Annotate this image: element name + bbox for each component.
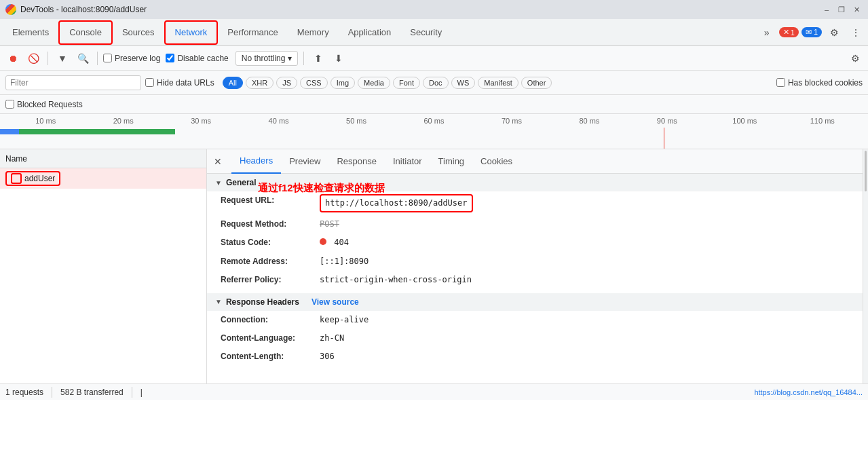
content-length-row: Content-Length: 306: [207, 348, 863, 366]
has-blocked-label[interactable]: Has blocked cookies: [776, 78, 863, 88]
detail-tab-headers[interactable]: Headers: [231, 149, 281, 174]
referrer-policy-row: Referrer Policy: strict-origin-when-cros…: [207, 271, 863, 289]
content-language-key: Content-Language:: [221, 332, 316, 345]
preserve-log-checkbox[interactable]: [103, 54, 112, 62]
filter-tags: All XHR JS CSS Img Media Font Doc WS Man…: [223, 77, 552, 89]
import-icon[interactable]: ⬇: [330, 50, 347, 67]
tab-performance[interactable]: Performance: [218, 20, 287, 45]
export-icon[interactable]: ⬆: [309, 50, 327, 67]
filter-tag-media[interactable]: Media: [358, 77, 390, 89]
tl-50ms: 50 ms: [318, 117, 395, 125]
detail-tab-cookies[interactable]: Cookies: [472, 149, 521, 174]
tab-elements[interactable]: Elements: [3, 20, 58, 45]
tab-application[interactable]: Application: [339, 20, 401, 45]
has-blocked-checkbox[interactable]: [776, 78, 785, 87]
hide-data-urls-label[interactable]: Hide data URLs: [145, 78, 214, 88]
csdn-link[interactable]: https://blog.csdn.net/qq_16484...: [754, 388, 863, 396]
tl-60ms: 60 ms: [395, 117, 472, 125]
network-toolbar: ⏺ 🚫 ▼ 🔍 Preserve log Disable cache No th…: [0, 46, 868, 71]
content-length-key: Content-Length:: [221, 350, 316, 363]
request-name-text: addUser: [24, 174, 55, 183]
response-headers-title: Response Headers: [226, 297, 299, 307]
scrollbar-thumb[interactable]: [865, 151, 867, 191]
detail-tab-preview[interactable]: Preview: [281, 149, 328, 174]
general-section-title: General: [226, 178, 257, 187]
message-badge: ✉ 1: [801, 27, 822, 37]
filter-tag-doc[interactable]: Doc: [423, 77, 449, 89]
status-dot-icon: [320, 238, 326, 245]
tl-110ms: 110 ms: [784, 117, 861, 125]
blocked-bar: Blocked Requests: [0, 95, 868, 114]
disable-cache-checkbox[interactable]: [166, 54, 174, 62]
toolbar-sep-3: [303, 52, 304, 65]
filter-tag-all[interactable]: All: [223, 77, 243, 89]
throttle-dropdown[interactable]: No throttling ▾: [235, 51, 299, 66]
tab-network[interactable]: Network: [164, 20, 219, 45]
request-name-bordered[interactable]: addUser: [5, 171, 60, 186]
tl-80ms: 80 ms: [550, 117, 628, 125]
tabs-right: » ✕ 1 ✉ 1 ⚙ ⋮: [757, 23, 865, 42]
filter-tag-js[interactable]: JS: [276, 77, 297, 89]
minimize-btn[interactable]: –: [820, 3, 833, 16]
restore-btn[interactable]: ❐: [835, 3, 848, 16]
remote-address-value: [::1]:8090: [320, 255, 369, 268]
more-tabs-btn[interactable]: »: [757, 23, 776, 42]
filter-right: Has blocked cookies: [776, 78, 863, 88]
tl-90ms: 90 ms: [628, 117, 706, 125]
close-btn[interactable]: ✕: [850, 3, 863, 16]
filter-tag-other[interactable]: Other: [521, 77, 552, 89]
settings-icon[interactable]: ⚙: [825, 23, 844, 42]
tab-memory[interactable]: Memory: [288, 20, 339, 45]
filter-tag-font[interactable]: Font: [393, 77, 420, 89]
status-bar-icon: |: [140, 388, 143, 397]
preserve-log-label[interactable]: Preserve log: [103, 54, 160, 63]
response-headers-section-header[interactable]: ▼ Response Headers View source: [207, 293, 863, 311]
filter-tag-css[interactable]: CSS: [300, 77, 328, 89]
hide-data-urls-checkbox[interactable]: [145, 78, 154, 87]
tl-70ms: 70 ms: [473, 117, 550, 125]
view-source-link[interactable]: View source: [312, 297, 359, 307]
detail-tabs-bar: ✕ Headers Preview Response Initiator Tim…: [207, 149, 863, 174]
tab-security[interactable]: Security: [400, 20, 451, 45]
content-language-row: Content-Language: zh-CN: [207, 329, 863, 348]
filter-icon[interactable]: ▼: [54, 50, 71, 67]
detail-tab-timing[interactable]: Timing: [430, 149, 473, 174]
request-item-adduser[interactable]: addUser: [0, 168, 206, 189]
chevron-down-icon: ▾: [288, 54, 292, 63]
filter-tag-img[interactable]: Img: [331, 77, 355, 89]
blocked-requests-label[interactable]: Blocked Requests: [5, 100, 83, 109]
request-method-value: POST: [320, 218, 339, 231]
blocked-requests-checkbox[interactable]: [5, 100, 14, 109]
detail-tab-initiator[interactable]: Initiator: [385, 149, 430, 174]
status-bar: 1 requests 582 B transferred | https://b…: [0, 383, 868, 400]
request-method-row: Request Method: POST: [207, 215, 863, 233]
disable-cache-label[interactable]: Disable cache: [166, 54, 228, 63]
favicon-icon: [5, 4, 16, 15]
detail-tab-response[interactable]: Response: [328, 149, 385, 174]
filter-input[interactable]: [5, 75, 141, 90]
record-btn[interactable]: ⏺: [4, 50, 22, 67]
clear-btn[interactable]: 🚫: [24, 50, 42, 67]
filter-tag-manifest[interactable]: Manifest: [478, 77, 518, 89]
transfer-size: 582 B transferred: [60, 388, 124, 397]
tab-console[interactable]: Console: [58, 20, 113, 45]
filter-tag-ws[interactable]: WS: [451, 77, 476, 89]
search-icon[interactable]: 🔍: [74, 50, 92, 67]
detail-content: ▼ General Request URL: http://localhost:…: [207, 174, 863, 383]
settings2-icon[interactable]: ⚙: [846, 50, 864, 67]
tl-10ms: 10 ms: [7, 117, 84, 125]
tl-20ms: 20 ms: [84, 117, 162, 125]
left-panel: Name addUser: [0, 149, 207, 383]
general-toggle-icon: ▼: [215, 179, 222, 187]
status-code-value: 404: [320, 236, 349, 249]
detail-close-btn[interactable]: ✕: [210, 153, 226, 170]
name-column-header: Name: [0, 149, 206, 168]
filter-tag-xhr[interactable]: XHR: [246, 77, 273, 89]
timeline-bars: [0, 128, 868, 144]
remote-address-key: Remote Address:: [221, 255, 316, 268]
right-scrollbar[interactable]: [863, 149, 868, 383]
timeline-bar-green: [19, 129, 175, 134]
tab-sources[interactable]: Sources: [113, 20, 164, 45]
more-options-icon[interactable]: ⋮: [846, 23, 865, 42]
status-sep-2: [132, 387, 132, 398]
